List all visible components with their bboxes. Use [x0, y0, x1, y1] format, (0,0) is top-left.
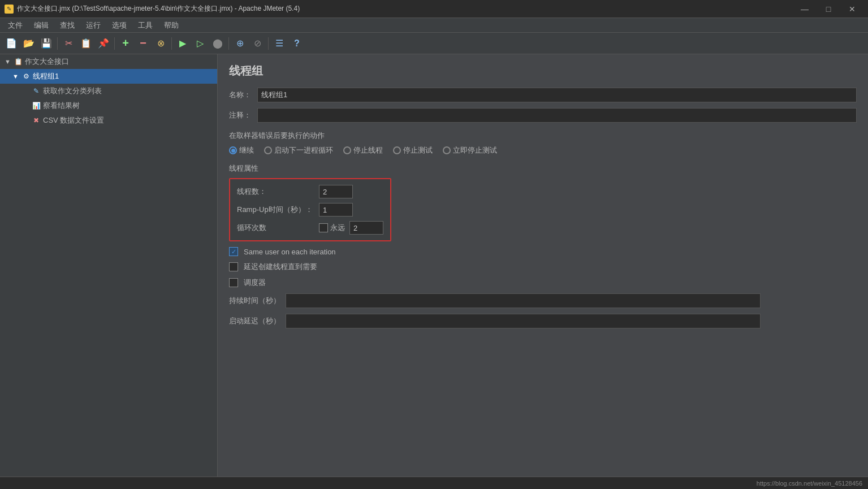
- template-button[interactable]: ☰: [271, 36, 287, 51]
- paste-button[interactable]: 📌: [96, 36, 111, 51]
- remove-button[interactable]: −: [135, 36, 151, 51]
- duration-row: 持续时间（秒）: [229, 293, 857, 308]
- save-button[interactable]: 💾: [38, 36, 54, 51]
- tree-item-result-tree[interactable]: 📊 察看结果树: [0, 98, 217, 113]
- thread-group-label: 线程组1: [33, 71, 59, 81]
- name-label: 名称：: [229, 90, 257, 100]
- name-input[interactable]: [257, 88, 857, 102]
- same-user-checkbox[interactable]: ✓: [229, 247, 238, 256]
- thread-props-section-label: 线程属性: [229, 163, 857, 174]
- radio-group-error-action: 继续 启动下一进程循环 停止线程 停止测试 立即停止测试: [229, 145, 857, 155]
- main-container: ▼ 📋 作文大全接口 ▼ ⚙ 线程组1 ✎ 获取作文分类列表 📊 察看结果树 ✖…: [0, 54, 868, 489]
- clear-button[interactable]: ⊗: [153, 36, 169, 51]
- radio-next-loop-label: 启动下一进程循环: [274, 145, 333, 155]
- delay-create-label: 延迟创建线程直到需要: [244, 262, 317, 272]
- radio-stop-test-label: 停止测试: [403, 145, 433, 155]
- radio-stop-thread-label: 停止线程: [353, 145, 383, 155]
- ramp-up-label: Ramp-Up时间（秒）：: [237, 205, 319, 215]
- toolbar: 📄 📂 💾 ✂ 📋 📌 + − ⊗ ▶ ▷ ⬤ ⊕ ⊘ ☰ ?: [0, 33, 868, 54]
- toolbar-sep-2: [114, 37, 115, 50]
- app-icon: ✎: [5, 5, 14, 14]
- menubar: 文件 编辑 查找 运行 选项 工具 帮助: [0, 18, 868, 33]
- error-action-section: 在取样器错误后要执行的动作: [229, 131, 857, 141]
- radio-stop-now-label: 立即停止测试: [453, 145, 497, 155]
- radio-continue[interactable]: 继续: [229, 145, 254, 155]
- stop-button[interactable]: ⬤: [210, 36, 226, 51]
- radio-circle-continue: [229, 146, 237, 154]
- duration-label: 持续时间（秒）: [229, 296, 286, 306]
- result-tree-label: 察看结果树: [43, 101, 80, 111]
- ramp-up-input[interactable]: [319, 203, 353, 217]
- same-user-row: ✓ Same user on each iteration: [229, 247, 857, 256]
- minimize-button[interactable]: —: [793, 1, 816, 17]
- radio-stop-test[interactable]: 停止测试: [393, 145, 433, 155]
- remote-stop-button[interactable]: ⊘: [249, 36, 265, 51]
- radio-next-loop[interactable]: 启动下一进程循环: [264, 145, 333, 155]
- toolbar-sep-5: [268, 37, 269, 50]
- run-button[interactable]: ▶: [175, 36, 191, 51]
- panel-title: 线程组: [229, 63, 857, 79]
- menu-search[interactable]: 查找: [54, 19, 80, 32]
- startup-delay-label: 启动延迟（秒）: [229, 316, 286, 326]
- tree-root[interactable]: ▼ 📋 作文大全接口: [0, 54, 217, 69]
- close-button[interactable]: ✕: [841, 1, 863, 17]
- thread-count-input[interactable]: [319, 185, 353, 198]
- delay-create-checkbox[interactable]: [229, 262, 238, 271]
- same-user-label: Same user on each iteration: [244, 248, 336, 256]
- toolbar-sep-4: [228, 37, 229, 50]
- new-button[interactable]: 📄: [3, 36, 19, 51]
- radio-circle-stop-thread: [343, 146, 351, 154]
- left-panel: ▼ 📋 作文大全接口 ▼ ⚙ 线程组1 ✎ 获取作文分类列表 📊 察看结果树 ✖…: [0, 54, 218, 489]
- sampler-icon: ✎: [32, 86, 41, 96]
- menu-file[interactable]: 文件: [2, 19, 28, 32]
- thread-props-box: 线程数： Ramp-Up时间（秒）： 循环次数 永远: [229, 178, 391, 241]
- open-button[interactable]: 📂: [21, 36, 37, 51]
- ramp-up-row: Ramp-Up时间（秒）：: [237, 203, 383, 217]
- loop-count-row: 循环次数 永远: [237, 221, 383, 235]
- radio-dot-continue: [231, 149, 235, 153]
- help-button[interactable]: ?: [289, 36, 305, 51]
- scheduler-checkbox[interactable]: [229, 278, 238, 287]
- copy-button[interactable]: 📋: [78, 36, 94, 51]
- root-icon: 📋: [14, 57, 23, 66]
- comment-row: 注释：: [229, 108, 857, 123]
- menu-tools[interactable]: 工具: [132, 19, 158, 32]
- thread-expand-icon: ▼: [12, 73, 20, 80]
- startup-delay-input[interactable]: [286, 314, 761, 328]
- comment-label: 注释：: [229, 110, 257, 120]
- delay-create-row: 延迟创建线程直到需要: [229, 262, 857, 272]
- result-tree-icon: 📊: [32, 101, 41, 110]
- radio-stop-thread[interactable]: 停止线程: [343, 145, 383, 155]
- startup-delay-row: 启动延迟（秒）: [229, 314, 857, 328]
- comment-input[interactable]: [257, 108, 857, 123]
- window-title: 作文大全接口.jmx (D:\TestSoft\apache-jmeter-5.…: [17, 4, 300, 14]
- statusbar: https://blog.csdn.net/weixin_45128456: [0, 477, 868, 489]
- duration-input[interactable]: [286, 293, 761, 308]
- thread-count-label: 线程数：: [237, 187, 319, 197]
- start-button[interactable]: ▷: [192, 36, 208, 51]
- remote-start-button[interactable]: ⊕: [232, 36, 248, 51]
- menu-run[interactable]: 运行: [80, 19, 106, 32]
- add-button[interactable]: +: [118, 36, 133, 51]
- radio-circle-stop-test: [393, 146, 401, 154]
- tree-item-sampler[interactable]: ✎ 获取作文分类列表: [0, 84, 217, 98]
- toolbar-sep-3: [171, 37, 172, 50]
- csv-icon: ✖: [32, 116, 41, 125]
- menu-options[interactable]: 选项: [106, 19, 132, 32]
- menu-edit[interactable]: 编辑: [28, 19, 54, 32]
- loop-forever-label: 永远: [330, 223, 345, 233]
- tree-item-csv[interactable]: ✖ CSV 数据文件设置: [0, 113, 217, 128]
- tree-item-thread-group[interactable]: ▼ ⚙ 线程组1: [0, 69, 217, 84]
- loop-count-label: 循环次数: [237, 223, 319, 233]
- titlebar-left: ✎ 作文大全接口.jmx (D:\TestSoft\apache-jmeter-…: [5, 4, 300, 14]
- loop-count-input[interactable]: [349, 221, 383, 235]
- window-controls: — □ ✕: [793, 1, 863, 17]
- cut-button[interactable]: ✂: [61, 36, 76, 51]
- menu-help[interactable]: 帮助: [158, 19, 184, 32]
- maximize-button[interactable]: □: [817, 1, 840, 17]
- root-label: 作文大全接口: [25, 57, 69, 67]
- radio-continue-label: 继续: [239, 145, 254, 155]
- radio-stop-now[interactable]: 立即停止测试: [443, 145, 497, 155]
- sampler-label: 获取作文分类列表: [43, 86, 102, 96]
- loop-forever-checkbox[interactable]: [319, 223, 328, 232]
